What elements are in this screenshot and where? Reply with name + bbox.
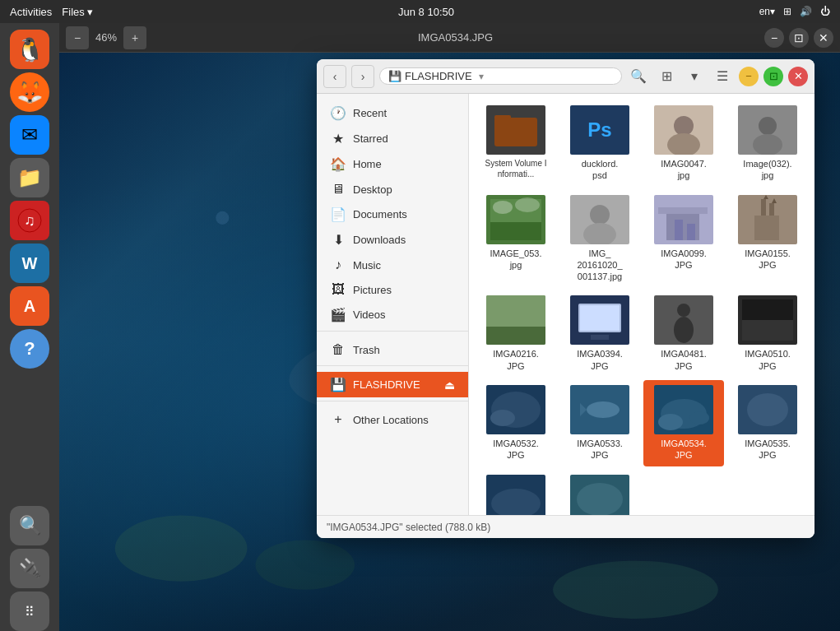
zoom-in-button[interactable]: + bbox=[123, 26, 146, 49]
file-item-imag0047[interactable]: IMAG0047.jpg bbox=[643, 100, 724, 187]
fm-forward-button[interactable]: › bbox=[351, 65, 374, 88]
flashdrive-eject-button[interactable]: ⏏ bbox=[444, 378, 455, 392]
dock-appstore[interactable]: A bbox=[10, 286, 49, 326]
file-item-imga0510[interactable]: IMGA0510.JPG bbox=[727, 290, 808, 377]
sidebar-item-videos[interactable]: 🎬 Videos bbox=[317, 302, 468, 327]
sidebar-label-home: Home bbox=[353, 158, 382, 170]
fm-search-button[interactable]: 🔍 bbox=[627, 65, 650, 88]
dock-grid[interactable]: ⠿ bbox=[10, 592, 49, 631]
sidebar-item-other-locations[interactable]: + Other Locations bbox=[317, 407, 468, 432]
svg-rect-32 bbox=[687, 224, 695, 240]
svg-rect-51 bbox=[742, 320, 793, 341]
sidebar-item-downloads[interactable]: ⬇ Downloads bbox=[317, 227, 468, 253]
file-name-imga0535: IMGA0535.JPG bbox=[745, 438, 791, 462]
file-item-imga0481[interactable]: IMGA0481.JPG bbox=[643, 290, 724, 377]
file-item-system-volume[interactable]: System Volume Informati... bbox=[476, 100, 556, 187]
file-item-imga0155[interactable]: IMGA0155.JPG bbox=[727, 190, 808, 288]
file-item-imga0536[interactable]: IMGA0536.JPG bbox=[476, 470, 556, 515]
dock-files[interactable]: 📁 bbox=[10, 158, 49, 197]
svg-point-48 bbox=[674, 317, 694, 343]
svg-text:♫: ♫ bbox=[24, 212, 35, 229]
fm-file-grid: System Volume Informati... Ps ducklord.p… bbox=[469, 94, 814, 515]
file-item-ducklord[interactable]: Ps ducklord.psd bbox=[559, 100, 640, 187]
files-menu[interactable]: Files ▾ bbox=[62, 6, 93, 18]
flashdrive-icon: 💾 bbox=[330, 377, 346, 392]
file-name-imag0047: IMAG0047.jpg bbox=[661, 158, 707, 182]
image-viewer-close[interactable]: ✕ bbox=[814, 28, 833, 48]
dock-search[interactable]: 🔍 bbox=[10, 506, 49, 545]
datetime: Jun 8 10:50 bbox=[398, 6, 454, 18]
other-locations-icon: + bbox=[330, 412, 346, 427]
fm-path-bar[interactable]: 💾 FLASHDRIVE ▾ bbox=[379, 67, 622, 85]
svg-point-3 bbox=[255, 541, 355, 590]
svg-point-67 bbox=[577, 483, 623, 515]
file-thumb-imga0481 bbox=[654, 295, 713, 345]
sidebar-label-pictures: Pictures bbox=[353, 284, 392, 296]
dock-help[interactable]: ? bbox=[10, 329, 49, 369]
dock-firefox[interactable]: 🦊 bbox=[10, 72, 49, 112]
sidebar-item-home[interactable]: 🏠 Home bbox=[317, 151, 468, 177]
file-item-imga0099[interactable]: IMGA0099.JPG bbox=[643, 190, 724, 288]
file-item-imga0537[interactable]: IMG... bbox=[559, 470, 640, 515]
fm-body: 🕐 Recent ★ Starred 🏠 Home 🖥 Desktop 📄 Do… bbox=[317, 94, 814, 515]
sidebar-label-desktop: Desktop bbox=[353, 183, 392, 196]
sidebar-item-pictures[interactable]: 🖼 Pictures bbox=[317, 277, 468, 302]
activities-button[interactable]: Activities bbox=[10, 6, 52, 18]
network-icon[interactable]: ⊞ bbox=[783, 6, 791, 17]
sidebar-item-starred[interactable]: ★ Starred bbox=[317, 126, 468, 151]
file-thumb-system-volume bbox=[486, 105, 545, 155]
dock-usb[interactable]: 🔌 bbox=[10, 549, 49, 588]
dock-ubuntu[interactable]: 🐧 bbox=[10, 30, 49, 69]
sidebar-item-documents[interactable]: 📄 Documents bbox=[317, 202, 468, 227]
image-viewer-maximize[interactable]: ⊡ bbox=[789, 28, 809, 48]
fm-view-list-button[interactable]: ▾ bbox=[683, 65, 706, 88]
volume-icon[interactable]: 🔊 bbox=[800, 6, 812, 17]
starred-icon: ★ bbox=[330, 131, 346, 146]
file-name-imga0481: IMGA0481.JPG bbox=[661, 348, 707, 372]
sidebar-label-other-locations: Other Locations bbox=[353, 414, 429, 426]
dock-thunderbird[interactable]: ✉ bbox=[10, 115, 49, 155]
dock-rhythmbox[interactable]: ♫ bbox=[10, 201, 49, 240]
file-item-imga0394[interactable]: IMGA0394.JPG bbox=[559, 290, 640, 377]
file-item-imga0535[interactable]: IMGA0535.JPG bbox=[727, 380, 808, 466]
file-thumb-image053 bbox=[486, 195, 545, 244]
file-item-img20161020[interactable]: IMG_20161020_001137.jpg bbox=[559, 190, 640, 288]
svg-rect-40 bbox=[486, 324, 545, 345]
file-item-image032[interactable]: Image(032).jpg bbox=[727, 100, 808, 187]
sidebar-label-documents: Documents bbox=[353, 208, 407, 220]
file-item-image053[interactable]: IMAGE_053.jpg bbox=[476, 190, 556, 288]
svg-point-4 bbox=[553, 561, 718, 619]
sidebar-item-music[interactable]: ♪ Music bbox=[317, 253, 468, 277]
svg-point-18 bbox=[759, 117, 777, 135]
videos-icon: 🎬 bbox=[330, 307, 346, 322]
sidebar-item-trash[interactable]: 🗑 Trash bbox=[317, 337, 468, 362]
file-item-imga0533[interactable]: IMGA0533.JPG bbox=[559, 380, 640, 466]
fm-view-toggle-button[interactable]: ⊞ bbox=[655, 65, 678, 88]
sidebar-item-flashdrive[interactable]: 💾 FLASHDRIVE ⏏ bbox=[317, 372, 468, 397]
home-icon: 🏠 bbox=[330, 156, 346, 172]
fm-menu-button[interactable]: ☰ bbox=[711, 65, 734, 88]
file-thumb-imga0533 bbox=[570, 385, 629, 434]
image-viewer-minimize[interactable]: − bbox=[764, 28, 784, 48]
sidebar-item-recent[interactable]: 🕐 Recent bbox=[317, 100, 468, 126]
svg-point-23 bbox=[493, 201, 513, 214]
fm-back-button[interactable]: ‹ bbox=[323, 65, 346, 88]
file-item-imga0216[interactable]: IMGA0216.JPG bbox=[476, 290, 556, 377]
keyboard-indicator[interactable]: en▾ bbox=[759, 6, 775, 17]
file-name-imga0099: IMGA0099.JPG bbox=[661, 248, 707, 271]
svg-text:Ps: Ps bbox=[587, 118, 611, 141]
fm-minimize-button[interactable]: − bbox=[739, 67, 759, 86]
dock-libreoffice[interactable]: W bbox=[10, 244, 49, 283]
fm-close-button[interactable]: ✕ bbox=[788, 67, 808, 86]
sidebar-item-desktop[interactable]: 🖥 Desktop bbox=[317, 177, 468, 202]
file-item-imga0532[interactable]: IMGA0532.JPG bbox=[476, 380, 556, 466]
file-item-imga0534[interactable]: IMGA0534.JPG bbox=[643, 380, 724, 466]
file-thumb-imga0155 bbox=[738, 195, 797, 244]
fm-maximize-button[interactable]: ⊡ bbox=[763, 67, 783, 86]
svg-point-15 bbox=[674, 116, 694, 136]
sidebar-label-music: Music bbox=[353, 259, 381, 271]
fm-sidebar: 🕐 Recent ★ Starred 🏠 Home 🖥 Desktop 📄 Do… bbox=[317, 94, 469, 515]
power-icon[interactable]: ⏻ bbox=[820, 6, 830, 17]
zoom-out-button[interactable]: − bbox=[66, 26, 89, 49]
svg-point-61 bbox=[689, 411, 709, 425]
